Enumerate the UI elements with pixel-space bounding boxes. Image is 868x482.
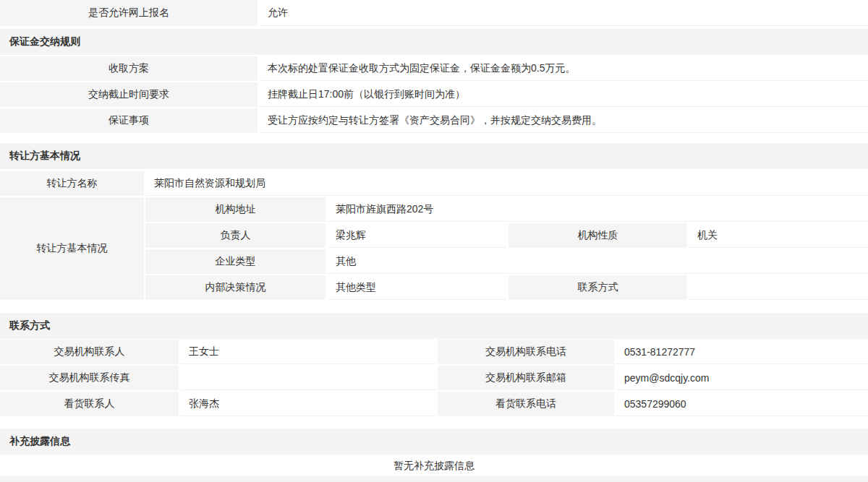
section-title-text: 转让方基本情况 — [9, 150, 80, 163]
transferor-name-label: 转让方名称 — [0, 171, 144, 196]
org-nature-label: 机构性质 — [509, 223, 687, 248]
deposit-deadline-value: 挂牌截止日17:00前（以银行到账时间为准） — [259, 82, 868, 107]
guarantee-matters-label: 保证事项 — [0, 108, 258, 133]
contact-method-label: 联系方式 — [509, 275, 687, 300]
agency-contact-person-label: 交易机构联系人 — [0, 340, 179, 364]
agency-contact-phone-label: 交易机构联系电话 — [438, 340, 614, 364]
transferor-group-label: 转让方基本情况 — [0, 197, 144, 300]
inspection-contact-person-label: 看货联系人 — [0, 392, 179, 416]
agency-contact-fax-value — [180, 366, 436, 390]
internal-decision-value: 其他类型 — [327, 275, 507, 300]
supplement-empty-message: 暂无补充披露信息 — [0, 456, 868, 476]
online-signup-label: 是否允许网上报名 — [0, 0, 258, 26]
guarantee-matters-value: 受让方应按约定与转让方签署《资产交易合同》，并按规定交纳交易费用。 — [259, 108, 868, 133]
inspection-contact-phone-label: 看货联系电话 — [438, 392, 614, 416]
internal-decision-label: 内部决策情况 — [145, 275, 326, 300]
section-title-text: 联系方式 — [9, 319, 50, 332]
online-signup-row: 是否允许网上报名 允许 — [0, 0, 868, 26]
section-title-contact: 联系方式 — [0, 313, 868, 339]
inspection-contact-phone-value: 05357299060 — [616, 392, 868, 416]
org-address-label: 机构地址 — [145, 197, 326, 222]
section-title-text: 补充披露信息 — [9, 435, 70, 448]
section-title-transferor-info: 转让方基本情况 — [0, 143, 868, 169]
inspection-contact-person-value: 张海杰 — [180, 392, 436, 416]
section-title-text: 保证金交纳规则 — [9, 35, 80, 48]
deposit-deadline-label: 交纳截止时间要求 — [0, 82, 258, 107]
org-address-value: 莱阳市旌旗西路202号 — [327, 197, 868, 222]
section-title-deposit-rules: 保证金交纳规则 — [0, 29, 868, 55]
person-in-charge-value: 梁兆辉 — [327, 223, 507, 248]
contact-table: 交易机构联系人 王女士 交易机构联系电话 0531-81272777 交易机构联… — [0, 340, 868, 416]
deposit-rules-table: 收取方案 本次标的处置保证金收取方式为固定保证金，保证金金额为0.5万元。 交纳… — [0, 56, 868, 133]
agency-contact-email-label: 交易机构联系邮箱 — [438, 366, 614, 390]
agency-contact-phone-value: 0531-81272777 — [616, 340, 868, 364]
org-nature-value: 机关 — [689, 223, 868, 248]
next-section-band-partial — [0, 476, 868, 482]
agency-contact-fax-label: 交易机构联系传真 — [0, 366, 179, 390]
agency-contact-person-value: 王女士 — [180, 340, 436, 364]
contact-method-value — [689, 275, 868, 300]
person-in-charge-label: 负责人 — [145, 223, 326, 248]
enterprise-type-value: 其他 — [327, 249, 868, 274]
section-title-supplement: 补充披露信息 — [0, 429, 868, 455]
transferor-info-table: 转让方名称 莱阳市自然资源和规划局 转让方基本情况 机构地址 莱阳市旌旗西路20… — [0, 171, 868, 300]
transferor-name-value: 莱阳市自然资源和规划局 — [145, 171, 868, 196]
deposit-plan-label: 收取方案 — [0, 56, 258, 81]
online-signup-value: 允许 — [259, 0, 868, 26]
agency-contact-email-value: peym@sdcqjy.com — [616, 366, 868, 390]
enterprise-type-label: 企业类型 — [145, 249, 326, 274]
deposit-plan-value: 本次标的处置保证金收取方式为固定保证金，保证金金额为0.5万元。 — [259, 56, 868, 81]
